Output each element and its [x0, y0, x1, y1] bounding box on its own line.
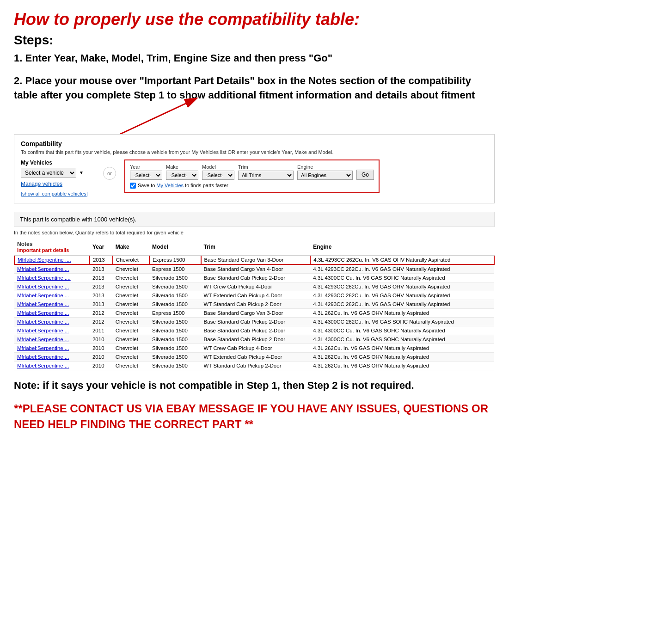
- table-row: Mfrlabel:Serpentine ....2013ChevroletSil…: [14, 273, 494, 282]
- cell-make: Chevrolet: [113, 335, 149, 343]
- cell-model: Silverado 1500: [149, 273, 201, 282]
- cell-make: Chevrolet: [113, 300, 149, 308]
- cell-engine: 4.3L 262Cu. In. V6 GAS OHV Naturally Asp…: [310, 361, 494, 370]
- engine-label: Engine: [297, 164, 353, 170]
- table-row: Mfrlabel:Serpentine ...2010ChevroletSilv…: [14, 335, 494, 343]
- go-button[interactable]: Go: [356, 170, 374, 180]
- cell-engine: 4.3L 4300CC Cu. In. V6 GAS SOHC Naturall…: [310, 273, 494, 282]
- arrow-annotation: [14, 106, 495, 134]
- col-header-trim: Trim: [201, 239, 311, 255]
- notes-cell[interactable]: Mfrlabel:Serpentine ....: [14, 255, 90, 264]
- trim-label: Trim: [238, 164, 294, 170]
- notes-cell[interactable]: Mfrlabel:Serpentine ...: [14, 308, 90, 317]
- cell-trim: Base Standard Cab Pickup 2-Door: [201, 335, 311, 343]
- cell-year: 2010: [90, 343, 113, 352]
- notes-info: In the notes section below, Quantity ref…: [14, 230, 495, 235]
- cell-engine: 4.3L 4293CC 262Cu. In. V6 GAS OHV Natura…: [310, 282, 494, 291]
- year-label: Year: [130, 164, 162, 170]
- cell-year: 2010: [90, 335, 113, 343]
- cell-engine: 4.3L 262Cu. In. V6 GAS OHV Naturally Asp…: [310, 343, 494, 352]
- notes-cell[interactable]: Mfrlabel:Serpentine ...: [14, 326, 90, 335]
- show-all-link[interactable]: [show all compatible vehicles]: [21, 191, 88, 196]
- notes-cell[interactable]: Mfrlabel:Serpentine ...: [14, 282, 90, 291]
- trim-select[interactable]: All Trims: [238, 171, 294, 180]
- cell-engine: 4.3L 4300CC Cu. In. V6 GAS SOHC Naturall…: [310, 335, 494, 343]
- table-row: Mfrlabel:Serpentine ...2012ChevroletSilv…: [14, 317, 494, 326]
- model-group: Model -Select-: [202, 164, 234, 180]
- cell-make: Chevrolet: [113, 282, 149, 291]
- table-row: Mfrlabel:Serpentine ...2013ChevroletSilv…: [14, 300, 494, 308]
- notes-cell[interactable]: Mfrlabel:Serpentine ...: [14, 291, 90, 300]
- cell-model: Silverado 1500: [149, 361, 201, 370]
- important-part-label: Important part details: [17, 247, 87, 253]
- main-title: How to properly use the compatibility ta…: [14, 9, 495, 29]
- engine-select[interactable]: All Engines: [297, 171, 353, 180]
- make-group: Make -Select-: [166, 164, 198, 180]
- cell-make: Chevrolet: [113, 273, 149, 282]
- step1-text: 1. Enter Year, Make, Model, Trim, Engine…: [14, 51, 495, 66]
- table-row: Mfrlabel:Serpentine ...2010ChevroletSilv…: [14, 343, 494, 352]
- make-label: Make: [166, 164, 198, 170]
- manage-vehicles-link[interactable]: Manage vehicles: [21, 181, 95, 187]
- cell-model: Silverado 1500: [149, 282, 201, 291]
- contact-text: **PLEASE CONTACT US VIA EBAY MESSAGE IF …: [14, 401, 495, 432]
- cell-model: Express 1500: [149, 264, 201, 274]
- notes-cell[interactable]: Mfrlabel:Serpentine ...: [14, 300, 90, 308]
- notes-cell[interactable]: Mfrlabel:Serpentine ...: [14, 352, 90, 361]
- compatibility-widget: Compatibility To confirm that this part …: [14, 134, 495, 203]
- cell-year: 2013: [90, 291, 113, 300]
- compat-subtitle: To confirm that this part fits your vehi…: [21, 149, 488, 155]
- cell-year: 2013: [90, 264, 113, 274]
- engine-group: Engine All Engines: [297, 164, 353, 180]
- or-separator: or: [103, 167, 116, 180]
- cell-trim: WT Standard Cab Pickup 2-Door: [201, 361, 311, 370]
- model-select[interactable]: -Select-: [202, 171, 234, 180]
- cell-year: 2013: [90, 255, 113, 264]
- compat-title: Compatibility: [21, 140, 488, 147]
- cell-engine: 4.3L 262Cu. In. V6 GAS OHV Naturally Asp…: [310, 308, 494, 317]
- cell-engine: 4.3L 4293CC 262Cu. In. V6 GAS OHV Natura…: [310, 264, 494, 274]
- cell-model: Silverado 1500: [149, 291, 201, 300]
- table-row: Mfrlabel:Serpentine....2013ChevroletExpr…: [14, 264, 494, 274]
- cell-engine: 4.3L 262Cu. In. V6 GAS OHV Naturally Asp…: [310, 352, 494, 361]
- cell-year: 2010: [90, 352, 113, 361]
- notes-cell[interactable]: Mfrlabel:Serpentine....: [14, 264, 90, 274]
- col-header-engine: Engine: [310, 239, 494, 255]
- my-vehicles-section: My Vehicles Select a vehicle ▼ Manage ve…: [21, 159, 95, 197]
- svg-line-1: [120, 102, 190, 134]
- my-vehicles-link[interactable]: My Vehicles: [156, 183, 184, 188]
- table-row: Mfrlabel:Serpentine ...2010ChevroletSilv…: [14, 352, 494, 361]
- table-row: Mfrlabel:Serpentine ...2013ChevroletSilv…: [14, 282, 494, 291]
- year-select[interactable]: -Select-: [130, 171, 162, 180]
- notes-cell[interactable]: Mfrlabel:Serpentine ....: [14, 273, 90, 282]
- cell-make: Chevrolet: [113, 291, 149, 300]
- cell-trim: Base Standard Cargo Van 3-Door: [201, 255, 311, 264]
- notes-cell[interactable]: Mfrlabel:Serpentine ...: [14, 335, 90, 343]
- table-row: Mfrlabel:Serpentine ....2013ChevroletExp…: [14, 255, 494, 264]
- cell-trim: Base Standard Cargo Van 4-Door: [201, 264, 311, 274]
- cell-make: Chevrolet: [113, 308, 149, 317]
- cell-trim: WT Extended Cab Pickup 4-Door: [201, 291, 311, 300]
- notes-cell[interactable]: Mfrlabel:Serpentine ...: [14, 343, 90, 352]
- cell-make: Chevrolet: [113, 317, 149, 326]
- cell-year: 2013: [90, 282, 113, 291]
- my-vehicles-select[interactable]: Select a vehicle: [21, 168, 76, 178]
- cell-engine: 4.3L 4300CC Cu. In. V6 GAS SOHC Naturall…: [310, 326, 494, 335]
- cell-trim: Base Standard Cargo Van 3-Door: [201, 308, 311, 317]
- notes-cell[interactable]: Mfrlabel:Serpentine ...: [14, 361, 90, 370]
- save-checkbox-row: Save to My Vehicles to finds parts faste…: [130, 183, 374, 189]
- cell-model: Silverado 1500: [149, 317, 201, 326]
- save-checkbox[interactable]: [130, 183, 136, 189]
- cell-trim: Base Standard Cab Pickup 2-Door: [201, 273, 311, 282]
- cell-model: Silverado 1500: [149, 326, 201, 335]
- cell-year: 2012: [90, 308, 113, 317]
- cell-model: Express 1500: [149, 255, 201, 264]
- table-header-row: Notes Important part details Year Make M…: [14, 239, 494, 255]
- table-row: Mfrlabel:Serpentine ...2013ChevroletSilv…: [14, 291, 494, 300]
- trim-group: Trim All Trims: [238, 164, 294, 180]
- cell-engine: 4.3L 4293CC 262Cu. In. V6 GAS OHV Natura…: [310, 300, 494, 308]
- cell-make: Chevrolet: [113, 255, 149, 264]
- make-select[interactable]: -Select-: [166, 171, 198, 180]
- cell-year: 2011: [90, 326, 113, 335]
- notes-cell[interactable]: Mfrlabel:Serpentine ...: [14, 317, 90, 326]
